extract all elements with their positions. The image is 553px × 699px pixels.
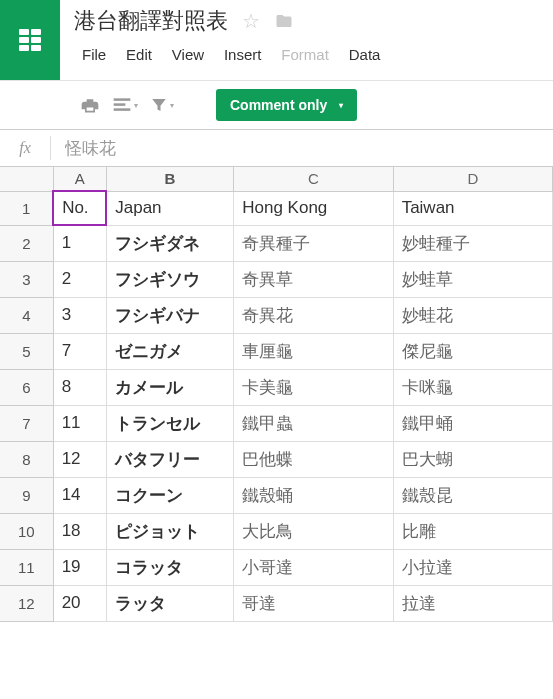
table-row: 57ゼニガメ車厘龜傑尼龜 [0,333,553,369]
cell-no[interactable]: 20 [53,585,106,621]
cell-hongkong[interactable]: 卡美龜 [234,369,393,405]
menu-data[interactable]: Data [341,42,389,67]
row-header[interactable]: 6 [0,369,53,405]
menu-edit[interactable]: Edit [118,42,160,67]
cell-hongkong[interactable]: 奇異草 [234,261,393,297]
cell-no[interactable]: 18 [53,513,106,549]
svg-rect-2 [114,108,131,111]
star-icon[interactable]: ☆ [242,9,260,33]
comment-only-button[interactable]: Comment only [216,89,357,121]
cell-japan[interactable]: カメール [106,369,234,405]
cell-no[interactable]: 7 [53,333,106,369]
cell-no[interactable]: 8 [53,369,106,405]
cell-no[interactable]: 1 [53,225,106,261]
cell-taiwan[interactable]: 妙蛙草 [393,261,552,297]
table-row: 1018ピジョット大比鳥比雕 [0,513,553,549]
cell-taiwan[interactable]: 傑尼龜 [393,333,552,369]
cell-no[interactable]: 19 [53,549,106,585]
row-header[interactable]: 12 [0,585,53,621]
cell-no[interactable]: 11 [53,405,106,441]
cell-no[interactable]: 14 [53,477,106,513]
cell-japan[interactable]: フシギバナ [106,297,234,333]
doc-title[interactable]: 港台翻譯對照表 [74,6,228,36]
cell-hongkong[interactable]: 鐵甲蟲 [234,405,393,441]
cell-A1[interactable]: No. [53,191,106,225]
print-icon[interactable] [80,95,100,115]
cell-B1[interactable]: Japan [106,191,234,225]
col-header-A[interactable]: A [53,167,106,191]
corner-cell[interactable] [0,167,53,191]
table-row: 812バタフリー巴他蝶巴大蝴 [0,441,553,477]
cell-hongkong[interactable]: 奇異花 [234,297,393,333]
col-header-B[interactable]: B [106,167,234,191]
cell-hongkong[interactable]: 大比鳥 [234,513,393,549]
row-header[interactable]: 10 [0,513,53,549]
menu-format[interactable]: Format [273,42,337,67]
row-header[interactable]: 5 [0,333,53,369]
cell-hongkong[interactable]: 小哥達 [234,549,393,585]
cell-no[interactable]: 3 [53,297,106,333]
spreadsheet: A B C D 1 No. Japan Hong Kong Taiwan 21フ… [0,167,553,622]
cell-taiwan[interactable]: 小拉達 [393,549,552,585]
row-header[interactable]: 2 [0,225,53,261]
cell-D1[interactable]: Taiwan [393,191,552,225]
row-header[interactable]: 7 [0,405,53,441]
filter-icon[interactable] [150,96,174,114]
cell-taiwan[interactable]: 鐵殼昆 [393,477,552,513]
cell-taiwan[interactable]: 妙蛙花 [393,297,552,333]
cell-taiwan[interactable]: 比雕 [393,513,552,549]
cell-japan[interactable]: バタフリー [106,441,234,477]
cell-japan[interactable]: コクーン [106,477,234,513]
cell-japan[interactable]: コラッタ [106,549,234,585]
cell-japan[interactable]: ピジョット [106,513,234,549]
table-row: 21フシギダネ奇異種子妙蛙種子 [0,225,553,261]
cell-taiwan[interactable]: 卡咪龜 [393,369,552,405]
cell-hongkong[interactable]: 車厘龜 [234,333,393,369]
cell-no[interactable]: 12 [53,441,106,477]
row-header[interactable]: 1 [0,191,53,225]
table-row: 68カメール卡美龜卡咪龜 [0,369,553,405]
cell-japan[interactable]: フシギダネ [106,225,234,261]
cell-hongkong[interactable]: 奇異種子 [234,225,393,261]
col-header-C[interactable]: C [234,167,393,191]
cell-japan[interactable]: ラッタ [106,585,234,621]
cell-hongkong[interactable]: 鐵殼蛹 [234,477,393,513]
cell-japan[interactable]: トランセル [106,405,234,441]
table-row: 711トランセル鐵甲蟲鐵甲蛹 [0,405,553,441]
cell-japan[interactable]: フシギソウ [106,261,234,297]
menu-bar: File Edit View Insert Format Data [74,42,553,67]
menu-view[interactable]: View [164,42,212,67]
app-logo[interactable] [0,0,60,80]
cell-hongkong[interactable]: 巴他蝶 [234,441,393,477]
cell-C1[interactable]: Hong Kong [234,191,393,225]
align-icon[interactable] [112,95,138,115]
table-row: 1119コラッタ小哥達小拉達 [0,549,553,585]
cell-taiwan[interactable]: 妙蛙種子 [393,225,552,261]
cell-taiwan[interactable]: 巴大蝴 [393,441,552,477]
fx-input[interactable] [65,138,553,158]
table-row: 43フシギバナ奇異花妙蛙花 [0,297,553,333]
table-row: 1220ラッタ哥達拉達 [0,585,553,621]
table-row: 32フシギソウ奇異草妙蛙草 [0,261,553,297]
cell-taiwan[interactable]: 拉達 [393,585,552,621]
row-header[interactable]: 4 [0,297,53,333]
svg-rect-1 [114,103,126,106]
svg-rect-0 [114,98,131,101]
row-header[interactable]: 8 [0,441,53,477]
table-row: 914コクーン鐵殼蛹鐵殼昆 [0,477,553,513]
row-header[interactable]: 9 [0,477,53,513]
cell-no[interactable]: 2 [53,261,106,297]
row-header[interactable]: 3 [0,261,53,297]
col-header-D[interactable]: D [393,167,552,191]
cell-hongkong[interactable]: 哥達 [234,585,393,621]
cell-taiwan[interactable]: 鐵甲蛹 [393,405,552,441]
fx-label: fx [0,139,50,157]
row-header[interactable]: 11 [0,549,53,585]
menu-file[interactable]: File [74,42,114,67]
cell-japan[interactable]: ゼニガメ [106,333,234,369]
menu-insert[interactable]: Insert [216,42,270,67]
folder-icon[interactable] [274,12,294,30]
